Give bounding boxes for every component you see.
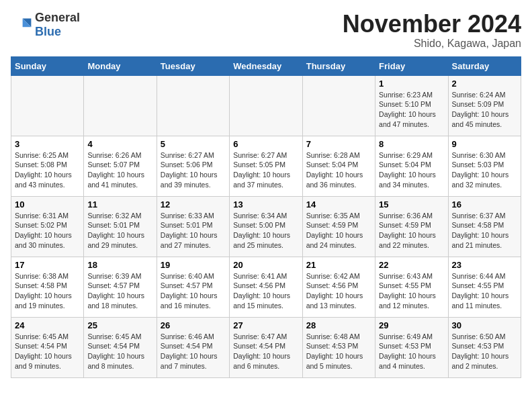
day-info: Sunrise: 6:27 AM Sunset: 5:05 PM Dayligh… [233,150,298,190]
calendar-cell [302,75,375,136]
day-info: Sunrise: 6:37 AM Sunset: 4:58 PM Dayligh… [452,211,517,250]
day-info: Sunrise: 6:49 AM Sunset: 4:53 PM Dayligh… [379,332,444,371]
day-number: 27 [233,320,298,330]
calendar-table: Sunday Monday Tuesday Wednesday Thursday… [11,56,521,378]
calendar-cell: 12Sunrise: 6:33 AM Sunset: 5:01 PM Dayli… [157,196,229,257]
weekday-row: Sunday Monday Tuesday Wednesday Thursday… [11,56,521,75]
calendar-cell: 25Sunrise: 6:45 AM Sunset: 4:54 PM Dayli… [84,317,157,377]
calendar-body: 1Sunrise: 6:23 AM Sunset: 5:10 PM Daylig… [11,75,521,377]
day-number: 9 [452,139,517,149]
calendar-cell: 3Sunrise: 6:25 AM Sunset: 5:08 PM Daylig… [11,136,84,196]
calendar-cell: 30Sunrise: 6:50 AM Sunset: 4:53 PM Dayli… [448,317,521,377]
calendar-cell: 2Sunrise: 6:24 AM Sunset: 5:09 PM Daylig… [448,75,521,136]
day-number: 23 [452,260,517,270]
calendar-cell: 19Sunrise: 6:40 AM Sunset: 4:57 PM Dayli… [157,257,229,317]
day-number: 1 [379,79,444,89]
day-info: Sunrise: 6:43 AM Sunset: 4:55 PM Dayligh… [379,271,444,311]
logo-text-general: General [35,11,80,24]
location-subtitle: Shido, Kagawa, Japan [343,38,521,50]
calendar-cell: 18Sunrise: 6:39 AM Sunset: 4:57 PM Dayli… [84,257,157,317]
day-info: Sunrise: 6:24 AM Sunset: 5:09 PM Dayligh… [452,90,517,130]
day-number: 4 [87,139,152,149]
logo-text-blue: Blue [35,25,61,38]
title-block: November 2024 Shido, Kagawa, Japan [343,11,521,50]
day-info: Sunrise: 6:44 AM Sunset: 4:55 PM Dayligh… [452,271,517,311]
day-number: 15 [379,199,444,210]
calendar-cell: 24Sunrise: 6:45 AM Sunset: 4:54 PM Dayli… [11,317,84,377]
weekday-monday: Monday [84,56,157,75]
day-number: 11 [87,199,152,210]
day-number: 10 [15,199,80,210]
day-number: 24 [15,320,80,330]
day-info: Sunrise: 6:30 AM Sunset: 5:03 PM Dayligh… [452,150,517,190]
day-info: Sunrise: 6:38 AM Sunset: 4:58 PM Dayligh… [15,271,80,311]
calendar-cell [11,75,84,136]
calendar-week-1: 1Sunrise: 6:23 AM Sunset: 5:10 PM Daylig… [11,75,521,136]
day-number: 3 [15,139,80,149]
calendar-week-4: 17Sunrise: 6:38 AM Sunset: 4:58 PM Dayli… [11,257,521,317]
calendar-cell: 15Sunrise: 6:36 AM Sunset: 4:59 PM Dayli… [375,196,448,257]
calendar-cell: 29Sunrise: 6:49 AM Sunset: 4:53 PM Dayli… [375,317,448,377]
calendar-cell: 11Sunrise: 6:32 AM Sunset: 5:01 PM Dayli… [84,196,157,257]
day-info: Sunrise: 6:25 AM Sunset: 5:08 PM Dayligh… [15,150,80,190]
day-info: Sunrise: 6:39 AM Sunset: 4:57 PM Dayligh… [87,271,152,311]
page-header: General Blue November 2024 Shido, Kagawa… [11,11,521,50]
day-info: Sunrise: 6:47 AM Sunset: 4:54 PM Dayligh… [233,332,298,371]
calendar-week-2: 3Sunrise: 6:25 AM Sunset: 5:08 PM Daylig… [11,136,521,196]
day-info: Sunrise: 6:46 AM Sunset: 4:54 PM Dayligh… [161,332,226,371]
day-number: 25 [87,320,152,330]
day-info: Sunrise: 6:34 AM Sunset: 5:00 PM Dayligh… [233,211,298,250]
logo: General Blue [11,11,80,39]
calendar-week-5: 24Sunrise: 6:45 AM Sunset: 4:54 PM Dayli… [11,317,521,377]
day-number: 22 [379,260,444,270]
logo-icon [11,14,32,36]
day-number: 18 [87,260,152,270]
day-info: Sunrise: 6:27 AM Sunset: 5:06 PM Dayligh… [161,150,226,190]
day-info: Sunrise: 6:32 AM Sunset: 5:01 PM Dayligh… [87,211,152,250]
weekday-saturday: Saturday [448,56,521,75]
day-number: 30 [452,320,517,330]
day-info: Sunrise: 6:35 AM Sunset: 4:59 PM Dayligh… [306,211,371,250]
day-info: Sunrise: 6:36 AM Sunset: 4:59 PM Dayligh… [379,211,444,250]
calendar-cell [230,75,302,136]
day-number: 6 [233,139,298,149]
day-info: Sunrise: 6:41 AM Sunset: 4:56 PM Dayligh… [233,271,298,311]
day-info: Sunrise: 6:50 AM Sunset: 4:53 PM Dayligh… [452,332,517,371]
calendar-cell: 23Sunrise: 6:44 AM Sunset: 4:55 PM Dayli… [448,257,521,317]
weekday-friday: Friday [375,56,448,75]
calendar-cell: 10Sunrise: 6:31 AM Sunset: 5:02 PM Dayli… [11,196,84,257]
day-info: Sunrise: 6:40 AM Sunset: 4:57 PM Dayligh… [161,271,226,311]
day-number: 20 [233,260,298,270]
calendar-cell: 9Sunrise: 6:30 AM Sunset: 5:03 PM Daylig… [448,136,521,196]
day-info: Sunrise: 6:23 AM Sunset: 5:10 PM Dayligh… [379,90,444,130]
calendar-cell: 16Sunrise: 6:37 AM Sunset: 4:58 PM Dayli… [448,196,521,257]
day-number: 29 [379,320,444,330]
month-title: November 2024 [343,11,521,38]
day-info: Sunrise: 6:45 AM Sunset: 4:54 PM Dayligh… [87,332,152,371]
calendar-cell: 13Sunrise: 6:34 AM Sunset: 5:00 PM Dayli… [230,196,302,257]
day-number: 14 [306,199,371,210]
day-number: 12 [161,199,226,210]
day-info: Sunrise: 6:31 AM Sunset: 5:02 PM Dayligh… [15,211,80,250]
calendar-week-3: 10Sunrise: 6:31 AM Sunset: 5:02 PM Dayli… [11,196,521,257]
calendar-cell: 6Sunrise: 6:27 AM Sunset: 5:05 PM Daylig… [230,136,302,196]
weekday-wednesday: Wednesday [230,56,302,75]
day-info: Sunrise: 6:29 AM Sunset: 5:04 PM Dayligh… [379,150,444,190]
calendar-cell: 14Sunrise: 6:35 AM Sunset: 4:59 PM Dayli… [302,196,375,257]
calendar-cell: 22Sunrise: 6:43 AM Sunset: 4:55 PM Dayli… [375,257,448,317]
day-number: 28 [306,320,371,330]
day-info: Sunrise: 6:33 AM Sunset: 5:01 PM Dayligh… [161,211,226,250]
calendar-cell: 5Sunrise: 6:27 AM Sunset: 5:06 PM Daylig… [157,136,229,196]
calendar-cell: 17Sunrise: 6:38 AM Sunset: 4:58 PM Dayli… [11,257,84,317]
calendar-cell: 27Sunrise: 6:47 AM Sunset: 4:54 PM Dayli… [230,317,302,377]
day-info: Sunrise: 6:26 AM Sunset: 5:07 PM Dayligh… [87,150,152,190]
calendar-cell [157,75,229,136]
day-number: 8 [379,139,444,149]
day-info: Sunrise: 6:48 AM Sunset: 4:53 PM Dayligh… [306,332,371,371]
calendar-cell: 7Sunrise: 6:28 AM Sunset: 5:04 PM Daylig… [302,136,375,196]
calendar-header: Sunday Monday Tuesday Wednesday Thursday… [11,56,521,75]
calendar-cell: 8Sunrise: 6:29 AM Sunset: 5:04 PM Daylig… [375,136,448,196]
day-number: 7 [306,139,371,149]
day-number: 26 [161,320,226,330]
calendar-cell: 1Sunrise: 6:23 AM Sunset: 5:10 PM Daylig… [375,75,448,136]
